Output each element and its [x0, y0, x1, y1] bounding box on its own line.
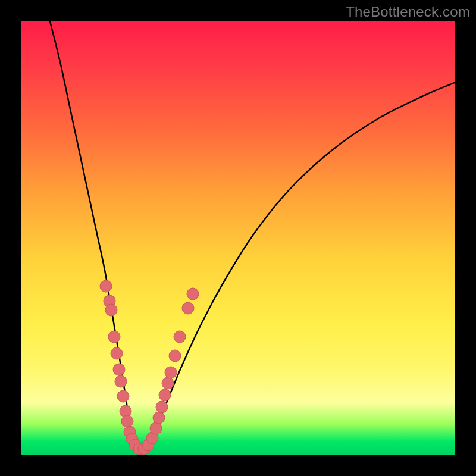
highlight-dot [187, 288, 199, 300]
highlight-dot [169, 350, 181, 362]
highlight-dot [111, 347, 123, 359]
highlight-dot [105, 304, 117, 316]
highlight-dot [162, 377, 174, 389]
highlight-dot [174, 331, 186, 343]
highlight-dot [153, 412, 165, 424]
highlight-dot [150, 422, 162, 434]
highlight-dot [121, 415, 133, 427]
highlight-dot [100, 280, 112, 292]
highlight-dot [117, 390, 129, 402]
highlight-dots [100, 280, 199, 455]
bottleneck-curve [50, 21, 455, 452]
watermark-text: TheBottleneck.com [346, 4, 470, 20]
highlight-dot [182, 302, 194, 314]
plot-area [21, 21, 455, 455]
highlight-dot [156, 401, 168, 413]
chart-frame: TheBottleneck.com [0, 0, 476, 476]
highlight-dot [113, 364, 125, 375]
highlight-dot [115, 375, 127, 387]
highlight-dot [108, 331, 120, 343]
highlight-dot [165, 367, 177, 378]
highlight-dot [159, 389, 171, 401]
chart-svg [21, 21, 455, 455]
